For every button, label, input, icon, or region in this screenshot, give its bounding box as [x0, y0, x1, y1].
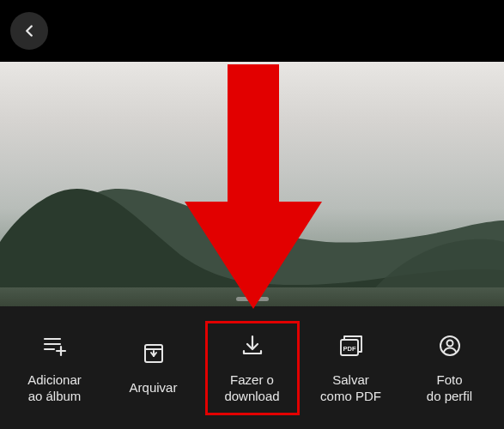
profile-icon	[438, 331, 462, 360]
save-as-pdf-label: Salvar como PDF	[320, 372, 381, 405]
pdf-icon: PDF	[338, 331, 364, 360]
action-bar: Adicionar ao álbum Arquivar Fazer o down…	[0, 306, 504, 429]
archive-icon	[143, 339, 165, 368]
photo-viewport[interactable]	[0, 62, 504, 306]
profile-photo-button[interactable]: Foto do perfil	[403, 321, 497, 415]
back-button[interactable]	[10, 12, 48, 50]
add-to-album-button[interactable]: Adicionar ao álbum	[8, 321, 102, 415]
archive-button[interactable]: Arquivar	[106, 321, 201, 415]
svg-text:PDF: PDF	[343, 344, 355, 352]
playlist-add-icon	[42, 331, 68, 360]
download-icon	[240, 331, 264, 360]
svg-point-12	[446, 340, 452, 346]
top-bar	[0, 0, 504, 62]
bottom-sheet-handle[interactable]	[236, 297, 269, 301]
download-label: Fazer o download	[224, 372, 279, 405]
profile-photo-label: Foto do perfil	[427, 372, 472, 405]
photo-mountain-near	[0, 169, 504, 306]
chevron-left-icon	[20, 21, 39, 40]
save-as-pdf-button[interactable]: PDF Salvar como PDF	[304, 321, 398, 415]
archive-label: Arquivar	[130, 380, 178, 396]
download-button[interactable]: Fazer o download	[205, 321, 300, 415]
add-to-album-label: Adicionar ao álbum	[27, 372, 82, 405]
